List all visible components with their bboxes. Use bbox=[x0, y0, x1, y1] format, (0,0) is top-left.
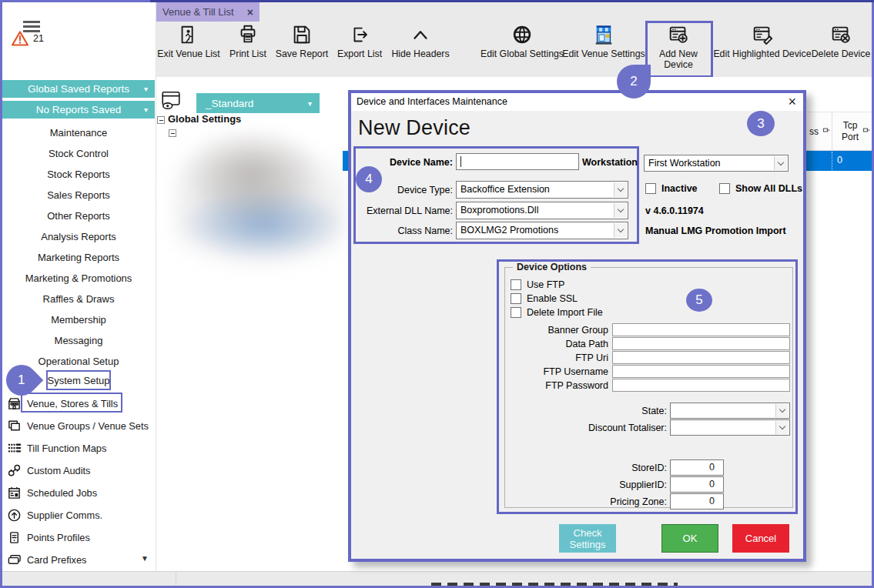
storeid-input[interactable]: 0 bbox=[670, 459, 724, 476]
add-new-device-button[interactable]: Add New Device bbox=[644, 23, 713, 72]
sidebar-item-venue-stores-tills[interactable]: Venue, Stores & Tills bbox=[2, 393, 155, 413]
sidebar-item-analysis-reports[interactable]: Analysis Reports bbox=[2, 227, 155, 247]
column-header-partial[interactable]: ss bbox=[809, 126, 819, 137]
sidebar-item-venue-groups[interactable]: Venue Groups / Venue Sets bbox=[2, 416, 155, 436]
device-interfaces-maintenance-dialog: Device and Interfaces Maintenance × New … bbox=[348, 90, 806, 562]
tab-title: Venue & Till List bbox=[162, 6, 247, 18]
hide-headers-button[interactable]: Hide Headers bbox=[385, 23, 456, 72]
grid-header: ss Tcp Port bbox=[805, 112, 872, 151]
points-profiles-icon bbox=[7, 530, 22, 545]
delete-import-file-checkbox[interactable] bbox=[511, 307, 521, 318]
workstation-select[interactable]: First Workstation bbox=[644, 155, 789, 172]
ftp-password-input[interactable] bbox=[612, 379, 790, 392]
export-icon bbox=[348, 23, 371, 46]
ftp-password-label: FTP Password bbox=[516, 379, 608, 392]
edit-highlighted-device-button[interactable]: Edit Highlighted Device bbox=[705, 23, 819, 72]
till-function-maps-icon bbox=[7, 441, 22, 456]
toolbar-label: Hide Headers bbox=[385, 48, 456, 59]
delete-device-button[interactable]: Delete Device bbox=[805, 23, 874, 72]
sidebar-item-card-prefixes[interactable]: Card Prefixes bbox=[2, 550, 155, 570]
sidebar-item-till-function-maps[interactable]: Till Function Maps bbox=[2, 438, 155, 458]
sidebar-item-label: Venue Groups / Venue Sets bbox=[27, 420, 149, 432]
device-type-select[interactable]: Backoffice Extension bbox=[456, 181, 628, 199]
ftp-uri-input[interactable] bbox=[612, 351, 790, 364]
print-list-button[interactable]: Print List bbox=[224, 23, 272, 72]
banner-group-label: Banner Group bbox=[516, 324, 608, 336]
inactive-checkbox[interactable] bbox=[645, 183, 656, 194]
show-all-dlls-checkbox[interactable] bbox=[719, 183, 730, 194]
sidebar-item-marketing-promotions[interactable]: Marketing & Promotions bbox=[2, 269, 155, 289]
no-reports-saved-dropdown[interactable]: No Reports Saved ▾ bbox=[2, 101, 155, 119]
toolbar-label: Export List bbox=[330, 48, 390, 59]
toolbar-label: Add New Device bbox=[644, 48, 713, 70]
data-path-input[interactable] bbox=[612, 337, 790, 350]
external-dll-value: Boxpromotions.Dll bbox=[460, 205, 538, 215]
export-list-button[interactable]: Export List bbox=[330, 23, 390, 72]
annotation-badge-4: 4 bbox=[356, 166, 382, 192]
supplierid-label: SupplierID: bbox=[574, 479, 667, 491]
state-select[interactable] bbox=[670, 403, 790, 419]
view-selector-value: _Standard bbox=[206, 98, 253, 109]
banner-group-input[interactable] bbox=[612, 323, 790, 336]
pin-icon[interactable] bbox=[822, 127, 830, 135]
data-path-label: Data Path bbox=[516, 338, 608, 350]
pin-icon[interactable] bbox=[862, 127, 870, 135]
sidebar-item-label: Points Profiles bbox=[27, 532, 90, 543]
exit-venue-list-button[interactable]: Exit Venue List bbox=[152, 23, 225, 72]
save-report-button[interactable]: Save Report bbox=[270, 23, 333, 72]
device-name-input[interactable] bbox=[456, 153, 579, 170]
discount-totaliser-select[interactable] bbox=[670, 419, 790, 436]
device-type-value: Backoffice Extension bbox=[460, 184, 550, 195]
view-selector-dropdown[interactable]: _Standard ▾ bbox=[196, 93, 320, 113]
sidebar-item-supplier-comms[interactable]: Supplier Comms. bbox=[2, 505, 155, 525]
device-name-label: Device Name: bbox=[367, 156, 453, 169]
external-dll-label: External DLL Name: bbox=[359, 205, 453, 217]
chevron-down-icon bbox=[614, 203, 627, 218]
ok-button[interactable]: OK bbox=[661, 524, 718, 553]
sidebar-item-membership[interactable]: Membership bbox=[2, 310, 155, 330]
column-header-tcp-port[interactable]: Tcp Port bbox=[838, 120, 862, 143]
view-layout-icon[interactable] bbox=[160, 89, 182, 110]
dropdown-label: No Reports Saved bbox=[36, 104, 121, 115]
sidebar-item-points-profiles[interactable]: Points Profiles bbox=[2, 527, 155, 547]
sidebar-item-stock-control[interactable]: Stock Control bbox=[2, 144, 155, 164]
tree-collapse-icon[interactable] bbox=[157, 116, 165, 124]
sidebar-item-sales-reports[interactable]: Sales Reports bbox=[2, 185, 155, 205]
sidebar-item-custom-audits[interactable]: Custom Audits bbox=[2, 460, 155, 480]
manual-import-text: Manual LMG Promotion Import bbox=[645, 226, 786, 236]
ftp-username-input[interactable] bbox=[612, 365, 790, 378]
tab-close-icon[interactable]: × bbox=[247, 6, 253, 18]
dialog-close-icon[interactable]: × bbox=[788, 93, 796, 110]
store-icon bbox=[592, 23, 615, 46]
delete-device-icon bbox=[829, 23, 852, 46]
enable-ssl-label: Enable SSL bbox=[527, 293, 578, 305]
enable-ssl-checkbox[interactable] bbox=[511, 293, 521, 304]
sidebar-item-other-reports[interactable]: Other Reports bbox=[2, 206, 155, 226]
supplierid-input[interactable]: 0 bbox=[670, 476, 724, 493]
use-ftp-checkbox[interactable] bbox=[511, 279, 521, 290]
globe-icon bbox=[511, 23, 534, 46]
sidebar-item-scheduled-jobs[interactable]: Scheduled Jobs bbox=[2, 483, 155, 503]
pricing-zone-input[interactable]: 0 bbox=[670, 493, 724, 509]
sidebar-scroll-down-icon[interactable]: ▼ bbox=[141, 554, 149, 563]
tree-root-global-settings[interactable]: Global Settings bbox=[168, 113, 241, 125]
check-settings-button[interactable]: Check Settings bbox=[559, 524, 616, 553]
sidebar-item-maintenance[interactable]: Maintenance bbox=[2, 123, 155, 143]
pricing-zone-label: Pricing Zone: bbox=[574, 496, 667, 508]
workstation-label: Workstation bbox=[574, 156, 638, 169]
cancel-button[interactable]: Cancel bbox=[732, 524, 789, 553]
sidebar-item-messaging[interactable]: Messaging bbox=[2, 331, 155, 351]
dropdown-label: Global Saved Reports bbox=[28, 83, 129, 95]
workstation-value: First Workstation bbox=[648, 158, 721, 169]
discount-totaliser-label: Discount Totaliser: bbox=[574, 422, 667, 434]
class-name-select[interactable]: BOXLMG2 Promotions bbox=[456, 222, 628, 239]
sidebar-item-label: Venue, Stores & Tills bbox=[27, 398, 118, 409]
toolbar-label: Edit Highlighted Device bbox=[705, 48, 819, 59]
sidebar-item-stock-reports[interactable]: Stock Reports bbox=[2, 165, 155, 185]
global-saved-reports-dropdown[interactable]: Global Saved Reports ▾ bbox=[2, 80, 155, 98]
sidebar-item-marketing-reports[interactable]: Marketing Reports bbox=[2, 248, 155, 268]
tree-collapse-icon[interactable] bbox=[169, 129, 176, 137]
external-dll-select[interactable]: Boxpromotions.Dll bbox=[456, 202, 628, 219]
tab-venue-till-list[interactable]: Venue & Till List × bbox=[156, 2, 260, 22]
sidebar-item-raffles-draws[interactable]: Raffles & Draws bbox=[2, 289, 155, 309]
